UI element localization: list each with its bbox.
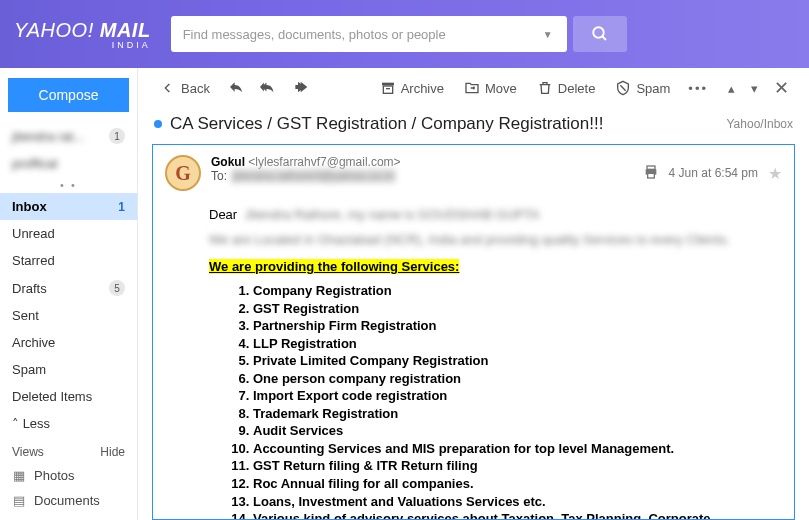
service-item: Trademark Registration (253, 405, 774, 423)
folder-path: Yahoo/Inbox (727, 117, 794, 131)
reply-icon[interactable] (222, 75, 250, 102)
message-subject: CA Services / GST Registration / Company… (170, 114, 719, 134)
svg-rect-3 (383, 86, 392, 93)
service-item: Import Export code registration (253, 387, 774, 405)
message-date: 4 Jun at 6:54 pm (669, 166, 758, 180)
svg-line-5 (621, 85, 626, 90)
service-item: Various kind of advisory services about … (253, 510, 774, 519)
account-item[interactable]: jitendra rat...1 (0, 122, 137, 150)
hide-views[interactable]: Hide (100, 445, 125, 459)
more-actions-icon[interactable]: ••• (682, 77, 714, 100)
views-heading: Views (12, 445, 44, 459)
delete-button[interactable]: Delete (529, 76, 604, 100)
view-plane[interactable]: ✈Travel (0, 513, 137, 520)
svg-rect-4 (386, 88, 390, 89)
sender-avatar: G (165, 155, 201, 191)
more-accounts[interactable]: • • (0, 177, 137, 193)
sidebar: Compose jitendra rat...1 proffical • • I… (0, 68, 138, 520)
search-scope-dropdown[interactable]: ▼ (537, 29, 559, 40)
compose-button[interactable]: Compose (8, 78, 129, 112)
folder-starred[interactable]: Starred (0, 247, 137, 274)
folder-archive[interactable]: Archive (0, 329, 137, 356)
star-icon[interactable]: ★ (768, 164, 782, 183)
folder-inbox[interactable]: Inbox1 (0, 193, 137, 220)
reply-all-icon[interactable] (254, 75, 284, 102)
less-toggle[interactable]: ˄ Less (0, 410, 137, 437)
folder-deleted[interactable]: Deleted Items (0, 383, 137, 410)
service-item: Accounting Services and MIS preparation … (253, 440, 774, 458)
archive-button[interactable]: Archive (372, 76, 452, 100)
search-box[interactable]: ▼ (171, 16, 567, 52)
toolbar: Back Archive Move Delete Spam ••• ▴ ▾ ✕ (138, 68, 809, 108)
sender-name: Gokul (211, 155, 245, 169)
svg-point-0 (593, 27, 604, 38)
service-item: One person company registration (253, 370, 774, 388)
svg-rect-8 (647, 173, 654, 178)
folder-drafts[interactable]: Drafts5 (0, 274, 137, 302)
svg-rect-2 (382, 83, 394, 86)
view-photo[interactable]: ▦Photos (0, 463, 137, 488)
services-heading: We are providing the following Services: (209, 259, 459, 274)
sender-address: <lylesfarrahvf7@gmail.com> (248, 155, 400, 169)
service-item: Roc Annual filing for all companies. (253, 475, 774, 493)
service-item: Partnership Firm Registration (253, 317, 774, 335)
service-item: Private Limited Company Registration (253, 352, 774, 370)
search-button[interactable] (573, 16, 627, 52)
folder-spam[interactable]: Spam (0, 356, 137, 383)
message-pane: G Gokul <lylesfarrahvf7@gmail.com> To: j… (152, 144, 795, 520)
top-bar: YAHOO! MAIL INDIA ▼ (0, 0, 809, 68)
folder-sent[interactable]: Sent (0, 302, 137, 329)
service-item: Audit Services (253, 422, 774, 440)
spam-button[interactable]: Spam (607, 76, 678, 100)
doc-icon: ▤ (12, 494, 26, 508)
move-button[interactable]: Move (456, 76, 525, 100)
account-item[interactable]: proffical (0, 150, 137, 177)
collapse-up-icon[interactable]: ▴ (722, 77, 741, 100)
folder-unread[interactable]: Unread (0, 220, 137, 247)
unread-dot-icon (154, 120, 162, 128)
search-input[interactable] (183, 27, 537, 42)
message-body: Dear Jitendra Rathore, my name is GOUDSH… (153, 197, 794, 519)
print-icon[interactable] (643, 164, 659, 183)
forward-icon[interactable] (288, 75, 316, 102)
svg-rect-6 (647, 166, 655, 169)
yahoo-logo[interactable]: YAHOO! MAIL INDIA (14, 19, 151, 50)
svg-line-1 (602, 36, 606, 40)
photo-icon: ▦ (12, 469, 26, 483)
services-list: Company RegistrationGST RegistrationPart… (253, 282, 774, 519)
service-item: GST Return filing & ITR Return filing (253, 457, 774, 475)
back-button[interactable]: Back (152, 76, 218, 100)
close-icon[interactable]: ✕ (768, 73, 795, 103)
service-item: LLP Registration (253, 335, 774, 353)
to-address: jitendra.rathore3@yahoo.co.in (231, 169, 396, 183)
to-label: To: (211, 169, 227, 183)
service-item: GST Registration (253, 300, 774, 318)
service-item: Company Registration (253, 282, 774, 300)
view-doc[interactable]: ▤Documents (0, 488, 137, 513)
collapse-down-icon[interactable]: ▾ (745, 77, 764, 100)
service-item: Loans, Investment and Valuations Service… (253, 493, 774, 511)
